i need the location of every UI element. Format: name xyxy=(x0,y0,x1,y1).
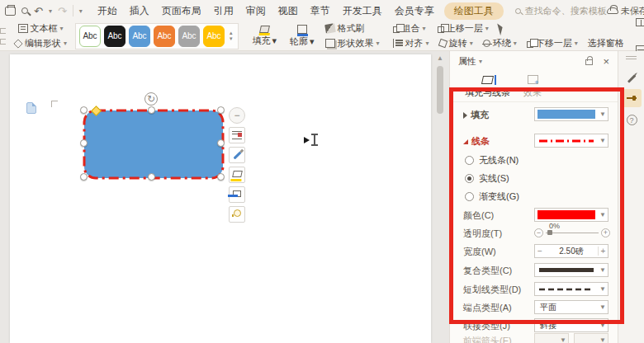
tab-effects[interactable]: 效果 xyxy=(520,73,545,101)
style-swatch-orange[interactable]: Abc xyxy=(154,26,175,47)
tab-developer[interactable]: 开发工具 xyxy=(343,4,382,18)
slider-track[interactable] xyxy=(546,233,599,233)
solid-line-radio[interactable]: 实线(S) xyxy=(465,172,509,185)
tab-section[interactable]: 章节 xyxy=(310,4,330,18)
rotate-handle[interactable]: ↻ xyxy=(144,92,158,106)
group-button[interactable]: 组合▾ xyxy=(391,22,428,35)
quick-outline-button[interactable] xyxy=(229,186,245,203)
scrollbar-thumb[interactable] xyxy=(437,66,443,114)
tab-review[interactable]: 审阅 xyxy=(246,4,266,18)
print-icon[interactable] xyxy=(5,7,16,16)
tab-page-layout[interactable]: 页面布局 xyxy=(162,4,201,18)
properties-pane-button[interactable] xyxy=(622,89,642,107)
undo-icon[interactable]: ↶ xyxy=(34,6,43,16)
quick-fill-button[interactable] xyxy=(229,167,245,183)
no-line-radio[interactable]: 无线条(N) xyxy=(465,154,519,167)
gallery-more-button[interactable]: ▴▾ xyxy=(228,31,234,41)
sidebar-grab-handle[interactable] xyxy=(626,56,637,57)
width-plus-button[interactable]: + xyxy=(598,247,608,256)
width-minus-button[interactable]: − xyxy=(535,247,545,256)
slider-knob[interactable] xyxy=(547,230,552,235)
line-width-value[interactable]: 2.50磅 xyxy=(545,246,598,257)
title-bar: ↶▾ ↷ ▾ 开始 插入 页面布局 引用 审阅 视图 章节 开发工具 会员专享 … xyxy=(0,0,644,21)
style-swatch-gray[interactable]: Abc xyxy=(178,26,200,47)
transparency-plus-button[interactable]: + xyxy=(601,228,610,237)
outline-button[interactable]: 轮廓▾ xyxy=(286,25,319,48)
layout-options-button[interactable] xyxy=(229,127,245,143)
text-box-button[interactable]: 文本框▾ xyxy=(17,22,65,35)
edit-tools-button[interactable] xyxy=(622,69,642,87)
join-type-dropdown[interactable]: 斜接 ▼ xyxy=(534,318,608,332)
resize-handle-ne[interactable] xyxy=(217,106,225,114)
scroll-up-icon[interactable]: ▲ xyxy=(437,54,443,62)
rotate-button[interactable]: 旋转▾ xyxy=(438,37,475,49)
line-style-dropdown[interactable]: ▼ xyxy=(534,134,608,148)
style-swatch-yellow[interactable]: Abc xyxy=(203,26,225,47)
tab-references[interactable]: 引用 xyxy=(214,4,234,18)
style-swatch-blue[interactable]: Abc xyxy=(129,26,150,47)
cap-type-dropdown[interactable]: 平面 ▼ xyxy=(534,300,608,314)
resize-handle-n[interactable] xyxy=(148,106,155,114)
compound-type-preview xyxy=(537,265,595,275)
document-canvas[interactable]: ↻ − xyxy=(0,51,449,343)
panel-title-caret-icon[interactable]: ▾ xyxy=(479,58,482,65)
help-button[interactable]: ? xyxy=(622,110,642,129)
fill-section-label[interactable]: 填充 xyxy=(463,109,489,121)
search-icon xyxy=(515,8,521,14)
help-icon: ? xyxy=(627,115,637,125)
style-brush-button[interactable] xyxy=(229,147,245,163)
smart-ideas-button[interactable] xyxy=(229,206,245,223)
resize-handle-w[interactable] xyxy=(80,139,88,147)
tab-drawing-tools-active[interactable]: 绘图工具 xyxy=(444,2,504,20)
line-color-dropdown[interactable]: ▼ xyxy=(534,208,608,222)
resize-handle-nw[interactable] xyxy=(80,106,88,114)
tab-fill-and-line[interactable]: 填充与线条 xyxy=(462,73,514,101)
arrange-group: 组合▾ 上移一层▾ 对齐▾ 旋转▾ 环绕▾ 下移一层▾ 选择窗格 xyxy=(388,21,629,50)
print-preview-icon[interactable] xyxy=(21,7,28,14)
format-painter-button[interactable]: 格式刷 xyxy=(324,22,381,35)
selection-pane-button[interactable]: 选择窗格 xyxy=(586,37,626,49)
collapse-toolbar-button[interactable]: − xyxy=(229,107,245,124)
dash-type-dropdown[interactable]: ▼ xyxy=(534,282,608,296)
align-button[interactable]: 对齐▾ xyxy=(391,37,431,49)
line-section-label[interactable]: 线条 xyxy=(463,135,490,148)
send-backward-button[interactable]: 下移一层▾ xyxy=(525,37,580,49)
edit-shape-button[interactable]: 编辑形状▾ xyxy=(12,37,69,49)
document-page[interactable]: ↻ − xyxy=(10,54,431,343)
line-width-stepper[interactable]: − 2.50磅 + xyxy=(534,244,608,258)
redo-icon[interactable]: ↷ xyxy=(58,6,67,16)
undo-caret-icon[interactable]: ▾ xyxy=(49,7,52,15)
panel-close-button[interactable]: × xyxy=(603,55,609,68)
fill-button[interactable]: 填充▾ xyxy=(249,26,282,47)
gradient-line-radio[interactable]: 渐变线(G) xyxy=(465,190,519,203)
quick-access-toolbar: ↶▾ ↷ ▾ xyxy=(0,5,89,16)
tab-insert[interactable]: 插入 xyxy=(130,4,149,18)
paste-options-icon[interactable] xyxy=(26,102,36,114)
compound-type-dropdown[interactable]: ▼ xyxy=(534,263,608,277)
customize-toolbar-icon[interactable]: ▾ xyxy=(79,7,83,15)
resize-handle-s[interactable] xyxy=(148,173,155,181)
transparency-slider[interactable]: − 0% + xyxy=(534,228,610,239)
resize-handle-sw[interactable] xyxy=(80,173,88,181)
join-type-label: 联接类型(J) xyxy=(463,320,510,332)
front-arrow-size-dropdown[interactable]: ▼ xyxy=(574,333,608,343)
wrap-button[interactable]: 环绕▾ xyxy=(481,37,519,49)
shape-effects-button[interactable]: 形状效果▾ xyxy=(324,37,381,49)
fill-color-dropdown[interactable]: ▼ xyxy=(534,107,608,121)
pin-lock-icon[interactable] xyxy=(585,59,593,65)
tab-home[interactable]: 开始 xyxy=(97,4,117,18)
front-arrow-style-dropdown[interactable]: ▼ xyxy=(534,333,569,343)
bring-forward-button[interactable]: 上移一层▾ xyxy=(436,22,490,35)
resize-handle-se[interactable] xyxy=(217,173,225,181)
style-swatch-white[interactable]: Abc xyxy=(79,26,101,47)
select-arrow-icon[interactable] xyxy=(497,21,508,35)
transparency-minus-button[interactable]: − xyxy=(534,228,543,237)
resize-handle-e[interactable] xyxy=(217,139,225,147)
line-row: 线条 ▼ xyxy=(450,134,618,148)
tab-view[interactable]: 视图 xyxy=(278,4,298,18)
cloud-icon xyxy=(607,7,618,14)
rotate-icon xyxy=(438,39,447,49)
command-search-input[interactable]: 查找命令、搜索模板 xyxy=(515,5,607,17)
tab-member[interactable]: 会员专享 xyxy=(395,4,434,18)
style-swatch-black[interactable]: Abc xyxy=(104,26,125,47)
